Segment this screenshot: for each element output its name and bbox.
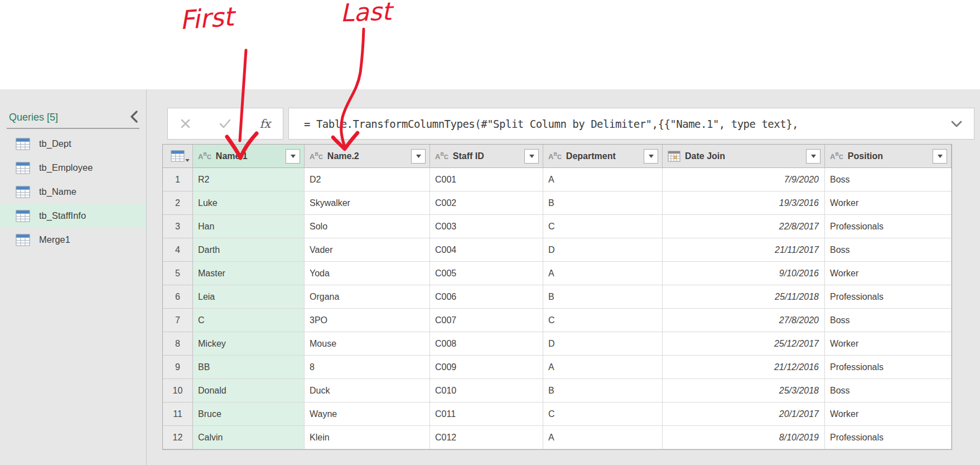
cell-name2[interactable]: Vader (305, 238, 430, 262)
cell-date_join[interactable]: 21/11/2017 (663, 238, 825, 262)
commit-formula-icon[interactable] (219, 119, 231, 128)
cell-position[interactable]: Professionals (825, 285, 952, 309)
row-number[interactable]: 8 (163, 332, 193, 356)
cell-staff_id[interactable]: C012 (430, 426, 543, 449)
cell-name2[interactable]: Solo (305, 215, 430, 238)
filter-button-staff_id[interactable] (524, 149, 539, 164)
cell-staff_id[interactable]: C003 (430, 215, 543, 238)
cell-position[interactable]: Worker (825, 402, 952, 426)
cancel-formula-icon[interactable] (180, 118, 191, 129)
query-item-tb_name[interactable]: tb_Name (0, 180, 146, 204)
row-number[interactable]: 5 (163, 262, 193, 285)
cell-staff_id[interactable]: C011 (430, 402, 543, 426)
cell-date_join[interactable]: 9/10/2016 (663, 262, 825, 285)
cell-department[interactable]: B (543, 191, 663, 215)
cell-department[interactable]: C (543, 309, 663, 332)
cell-date_join[interactable]: 22/8/2017 (663, 215, 825, 238)
cell-name1[interactable]: R2 (193, 168, 305, 191)
select-all-corner[interactable] (163, 145, 193, 168)
cell-name1[interactable]: Master (193, 262, 305, 285)
cell-date_join[interactable]: 8/10/2019 (663, 426, 825, 449)
column-header-name1[interactable]: ABCName.1 (193, 145, 305, 168)
cell-staff_id[interactable]: C010 (430, 379, 543, 402)
cell-name1[interactable]: Luke (193, 191, 305, 215)
cell-staff_id[interactable]: C006 (430, 285, 543, 309)
cell-name1[interactable]: C (193, 309, 305, 332)
cell-position[interactable]: Boss (825, 379, 952, 402)
cell-name2[interactable]: 3PO (305, 309, 430, 332)
cell-name2[interactable]: Organa (305, 285, 430, 309)
cell-name2[interactable]: 8 (305, 356, 430, 379)
cell-date_join[interactable]: 25/11/2018 (663, 285, 825, 309)
cell-position[interactable]: Professionals (825, 215, 952, 238)
cell-department[interactable]: B (543, 285, 663, 309)
cell-staff_id[interactable]: C005 (430, 262, 543, 285)
filter-button-name1[interactable] (286, 149, 300, 164)
query-item-tb_dept[interactable]: tb_Dept (0, 132, 146, 156)
cell-position[interactable]: Boss (825, 309, 952, 332)
cell-name1[interactable]: Bruce (193, 402, 305, 426)
cell-position[interactable]: Professionals (825, 426, 952, 449)
row-number[interactable]: 1 (163, 168, 193, 191)
cell-date_join[interactable]: 20/1/2017 (663, 402, 825, 426)
row-number[interactable]: 12 (163, 426, 193, 449)
row-number[interactable]: 2 (163, 191, 193, 215)
cell-department[interactable]: A (543, 168, 663, 191)
cell-staff_id[interactable]: C008 (430, 332, 543, 356)
cell-date_join[interactable]: 7/9/2020 (663, 168, 825, 191)
cell-position[interactable]: Boss (825, 238, 952, 262)
cell-date_join[interactable]: 21/12/2016 (663, 356, 825, 379)
cell-department[interactable]: C (543, 215, 663, 238)
column-header-date_join[interactable]: Date Join (663, 145, 825, 168)
cell-name2[interactable]: Klein (305, 426, 430, 449)
fx-icon[interactable]: fx (259, 117, 271, 131)
formula-input[interactable]: = Table.TransformColumnTypes(#"Split Col… (288, 108, 974, 140)
cell-department[interactable]: A (543, 356, 663, 379)
cell-name1[interactable]: Leia (193, 285, 305, 309)
cell-name1[interactable]: Mickey (193, 332, 305, 356)
cell-staff_id[interactable]: C004 (430, 238, 543, 262)
row-number[interactable]: 3 (163, 215, 193, 238)
cell-name1[interactable]: Donald (193, 379, 305, 402)
row-number[interactable]: 9 (163, 356, 193, 379)
cell-department[interactable]: A (543, 262, 663, 285)
cell-date_join[interactable]: 19/3/2016 (663, 191, 825, 215)
column-header-department[interactable]: ABCDepartment (543, 145, 663, 168)
cell-position[interactable]: Professionals (825, 356, 952, 379)
filter-button-department[interactable] (644, 149, 658, 164)
column-header-position[interactable]: ABCPosition (825, 145, 952, 168)
cell-name2[interactable]: D2 (305, 168, 430, 191)
cell-name1[interactable]: Han (193, 215, 305, 238)
cell-staff_id[interactable]: C009 (430, 356, 543, 379)
cell-position[interactable]: Worker (825, 332, 952, 356)
cell-name2[interactable]: Wayne (305, 402, 430, 426)
cell-department[interactable]: C (543, 402, 663, 426)
cell-department[interactable]: A (543, 426, 663, 449)
cell-position[interactable]: Worker (825, 191, 952, 215)
cell-staff_id[interactable]: C001 (430, 168, 543, 191)
cell-name1[interactable]: Calvin (193, 426, 305, 449)
row-number[interactable]: 10 (163, 379, 193, 402)
cell-staff_id[interactable]: C002 (430, 191, 543, 215)
cell-position[interactable]: Boss (825, 168, 952, 191)
query-item-merge1[interactable]: Merge1 (0, 228, 146, 252)
column-header-staff_id[interactable]: ABCStaff ID (430, 145, 543, 168)
query-item-tb_employee[interactable]: tb_Employee (0, 156, 146, 180)
cell-department[interactable]: D (543, 332, 663, 356)
filter-button-position[interactable] (933, 149, 947, 164)
filter-button-date_join[interactable] (806, 149, 820, 164)
cell-department[interactable]: B (543, 379, 663, 402)
cell-name2[interactable]: Skywalker (305, 191, 430, 215)
cell-name1[interactable]: BB (193, 356, 305, 379)
row-number[interactable]: 6 (163, 285, 193, 309)
cell-date_join[interactable]: 27/8/2020 (663, 309, 825, 332)
row-number[interactable]: 11 (163, 402, 193, 426)
cell-date_join[interactable]: 25/3/2018 (663, 379, 825, 402)
row-number[interactable]: 7 (163, 309, 193, 332)
cell-staff_id[interactable]: C007 (430, 309, 543, 332)
filter-button-name2[interactable] (411, 149, 426, 164)
cell-department[interactable]: D (543, 238, 663, 262)
cell-name1[interactable]: Darth (193, 238, 305, 262)
cell-name2[interactable]: Mouse (305, 332, 430, 356)
query-item-tb_staffinfo[interactable]: tb_StaffInfo (0, 204, 146, 228)
